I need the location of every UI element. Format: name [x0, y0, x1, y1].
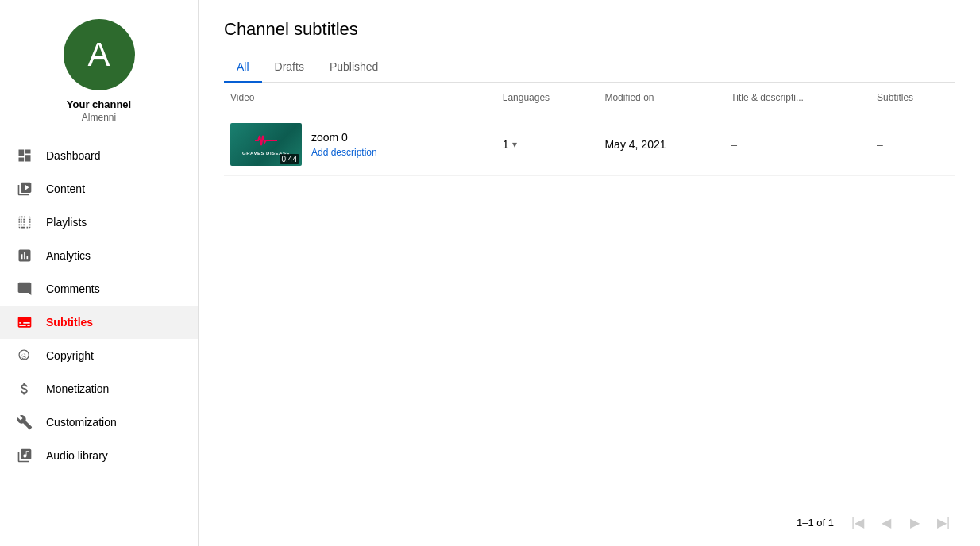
- title-desc-cell: –: [724, 113, 870, 176]
- modified-cell: May 4, 2021: [598, 113, 724, 176]
- video-duration: 0:44: [280, 154, 299, 164]
- pagination-prev-button[interactable]: ◀: [875, 511, 897, 533]
- subtitles-icon: [16, 313, 33, 331]
- sidebar-item-label-dashboard: Dashboard: [46, 149, 101, 162]
- channel-name: Almenni: [82, 112, 116, 123]
- monetization-icon: [16, 380, 33, 398]
- pagination-next-button[interactable]: ▶: [904, 511, 926, 533]
- col-header-subtitles: Subtitles: [870, 83, 955, 113]
- sidebar-item-label-content: Content: [46, 183, 85, 195]
- sidebar-item-copyright[interactable]: Copyright: [0, 339, 198, 372]
- main-header: Channel subtitles All Drafts Published: [199, 0, 980, 83]
- video-thumbnail[interactable]: GRAVES DISEASE 0:44: [230, 123, 302, 166]
- sidebar-item-label-copyright: Copyright: [46, 349, 94, 362]
- sidebar-item-analytics[interactable]: Analytics: [0, 239, 198, 272]
- tab-drafts[interactable]: Drafts: [262, 52, 317, 83]
- sidebar-item-label-subtitles: Subtitles: [46, 316, 93, 329]
- comments-icon: [16, 280, 33, 298]
- subtitles-table: Video Languages Modified on Title & desc…: [224, 83, 955, 176]
- sidebar-item-label-customization: Customization: [46, 416, 117, 429]
- video-info: zoom 0 Add description: [311, 131, 377, 158]
- sidebar-item-label-audio-library: Audio library: [46, 449, 108, 462]
- col-header-title-desc: Title & descripti...: [724, 83, 870, 113]
- dashboard-icon: [16, 147, 33, 164]
- languages-cell: 1 ▾: [496, 113, 599, 176]
- customization-icon: [16, 413, 33, 431]
- sidebar-item-playlists[interactable]: Playlists: [0, 206, 198, 239]
- sidebar-item-comments[interactable]: Comments: [0, 272, 198, 306]
- tab-all[interactable]: All: [224, 52, 262, 83]
- video-add-description-link[interactable]: Add description: [311, 147, 377, 158]
- sidebar-item-monetization[interactable]: Monetization: [0, 372, 198, 406]
- channel-label: Your channel: [67, 98, 131, 110]
- pagination-first-button[interactable]: |◀: [847, 511, 869, 533]
- main-content: Channel subtitles All Drafts Published V…: [199, 0, 980, 546]
- subtitles-cell: –: [870, 113, 955, 176]
- tab-published[interactable]: Published: [317, 52, 392, 83]
- modified-date: May 4, 2021: [604, 138, 666, 151]
- sidebar-item-label-comments: Comments: [46, 283, 100, 295]
- sidebar-item-dashboard[interactable]: Dashboard: [0, 139, 198, 172]
- languages-count: 1: [503, 138, 509, 151]
- pagination-last-button[interactable]: ▶|: [932, 511, 955, 533]
- sidebar-item-customization[interactable]: Customization: [0, 406, 198, 439]
- page-title: Channel subtitles: [224, 19, 955, 40]
- sidebar-item-label-analytics: Analytics: [46, 249, 91, 262]
- sidebar-item-label-playlists: Playlists: [46, 216, 87, 229]
- sidebar-item-audio-library[interactable]: Audio library: [0, 439, 198, 472]
- pagination-info: 1–1 of 1: [797, 517, 834, 529]
- table-container: Video Languages Modified on Title & desc…: [199, 83, 980, 498]
- pagination: 1–1 of 1 |◀ ◀ ▶ ▶|: [199, 498, 980, 546]
- tabs: All Drafts Published: [224, 52, 955, 83]
- sidebar-nav: Dashboard Content Playlists Analytics: [0, 139, 198, 472]
- playlists-icon: [16, 213, 33, 231]
- analytics-icon: [16, 247, 33, 264]
- sidebar: A Your channel Almenni Dashboard Content…: [0, 0, 199, 546]
- avatar: A: [64, 19, 135, 90]
- col-header-video: Video: [224, 83, 496, 113]
- video-title: zoom 0: [311, 131, 377, 144]
- content-icon: [16, 180, 33, 198]
- sidebar-item-subtitles[interactable]: Subtitles: [0, 306, 198, 339]
- col-header-languages: Languages: [496, 83, 599, 113]
- title-desc-value: –: [731, 138, 737, 151]
- languages-dropdown[interactable]: 1 ▾: [503, 138, 592, 151]
- sidebar-item-label-monetization: Monetization: [46, 383, 109, 395]
- audio-library-icon: [16, 447, 33, 464]
- copyright-icon: [16, 347, 33, 364]
- chevron-down-icon: ▾: [512, 139, 517, 150]
- col-header-modified: Modified on: [598, 83, 724, 113]
- table-row: GRAVES DISEASE 0:44 zoom 0 Add descripti…: [224, 113, 955, 176]
- video-cell: GRAVES DISEASE 0:44 zoom 0 Add descripti…: [224, 113, 496, 176]
- sidebar-item-content[interactable]: Content: [0, 172, 198, 206]
- subtitles-value: –: [877, 138, 883, 151]
